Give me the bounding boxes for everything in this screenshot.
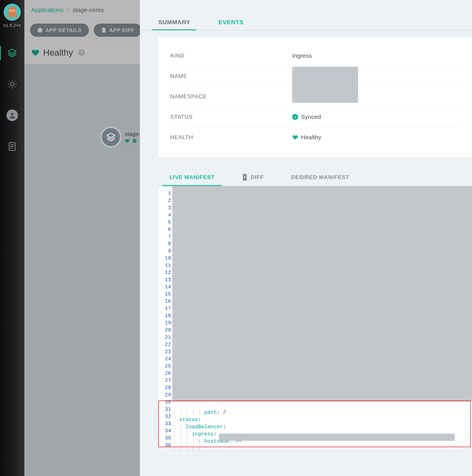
redacted-hostname (219, 434, 455, 441)
left-sidebar: v1.5.2+c (0, 0, 24, 476)
resource-details-panel: SUMMARY EVENTS KIND Ingress NAME NAMESPA… (140, 0, 472, 476)
sidebar-item-settings[interactable] (0, 77, 24, 91)
gear-icon (7, 79, 17, 89)
yaml-key-status: status (179, 417, 198, 423)
check-circle-icon (292, 114, 298, 120)
tab-desired-manifest[interactable]: DESIRED MANIFEST (289, 169, 351, 186)
name-value (292, 68, 460, 85)
tab-diff-label: DIFF (251, 174, 264, 180)
yaml-key-ingress: ingress (192, 431, 214, 437)
tab-live-manifest[interactable]: LIVE MANIFEST (168, 169, 216, 186)
kind-value: Ingress (292, 52, 460, 59)
status-label: STATUS (170, 114, 292, 120)
row-health: HEALTH Healthy (170, 127, 460, 148)
row-status: STATUS Synced (170, 107, 460, 127)
summary-card: KIND Ingress NAME NAMESPACE STATUS Synce… (158, 37, 472, 157)
yaml-key-loadbalancer: loadBalancer (185, 424, 223, 430)
manifest-tabs: LIVE MANIFEST DIFF DESIRED MANIFEST (158, 169, 472, 186)
file-download-icon (242, 174, 248, 181)
layers-icon (7, 48, 17, 58)
tab-events[interactable]: EVENTS (219, 14, 244, 30)
redacted-code-block (172, 186, 472, 402)
panel-tabs: SUMMARY EVENTS (140, 0, 472, 30)
svg-point-0 (10, 82, 14, 86)
kind-label: KIND (170, 52, 292, 59)
name-label: NAME (170, 73, 292, 79)
row-name: NAME (170, 66, 460, 86)
tab-summary[interactable]: SUMMARY (158, 14, 190, 30)
row-kind: KIND Ingress (170, 46, 460, 66)
tab-diff[interactable]: DIFF (240, 169, 265, 186)
logo-block[interactable]: v1.5.2+c (0, 0, 24, 28)
health-value: Healthy (301, 134, 321, 141)
code-content: │ │ │ │ │ path: / │ status: │ │ loadBala… (173, 402, 470, 446)
avatar-icon (6, 109, 18, 121)
svg-point-1 (11, 113, 14, 116)
health-key-label: HEALTH (170, 134, 292, 140)
redacted-block (292, 67, 358, 103)
namespace-label: NAMESPACE (170, 93, 292, 100)
status-value: Synced (301, 114, 321, 120)
sidebar-item-applications[interactable] (0, 46, 24, 60)
line-number-gutter: 1234567891011121314151617181920212223242… (158, 186, 172, 448)
manifest-editor[interactable]: 1234567891011121314151617181920212223242… (158, 186, 472, 448)
sidebar-item-docs[interactable] (0, 139, 24, 153)
document-icon (7, 141, 17, 152)
stack-icon (100, 126, 121, 148)
heart-icon (292, 134, 298, 140)
version-label: v1.5.2+c (0, 23, 24, 28)
sidebar-item-user[interactable] (0, 108, 24, 122)
argo-logo-icon (4, 4, 21, 21)
